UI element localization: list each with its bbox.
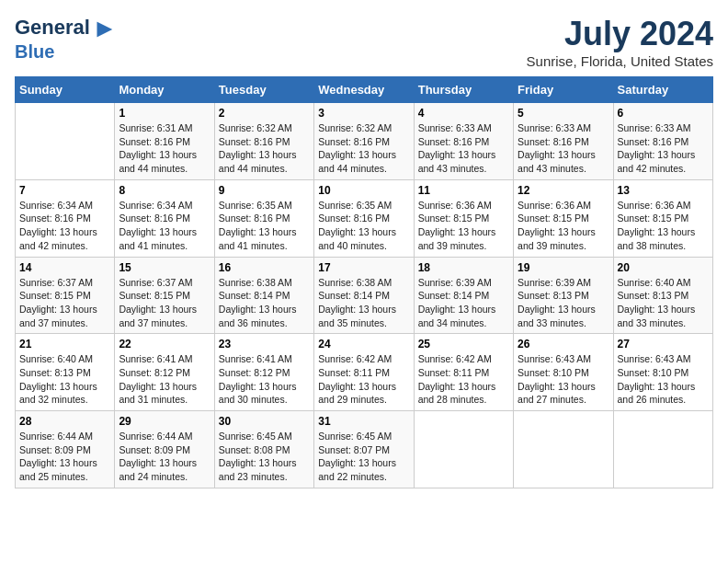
calendar-cell bbox=[514, 411, 613, 488]
column-header-monday: Monday bbox=[115, 77, 214, 103]
day-info: Sunrise: 6:45 AMSunset: 8:08 PMDaylight:… bbox=[219, 430, 310, 484]
logo-line2: Blue bbox=[15, 41, 54, 62]
calendar-cell: 8Sunrise: 6:34 AMSunset: 8:16 PMDaylight… bbox=[115, 179, 214, 257]
calendar-cell: 5Sunrise: 6:33 AMSunset: 8:16 PMDaylight… bbox=[514, 103, 613, 180]
calendar-cell: 11Sunrise: 6:36 AMSunset: 8:15 PMDayligh… bbox=[414, 179, 513, 257]
calendar-cell: 17Sunrise: 6:38 AMSunset: 8:14 PMDayligh… bbox=[314, 257, 414, 334]
column-header-saturday: Saturday bbox=[613, 77, 712, 103]
calendar-body: 1Sunrise: 6:31 AMSunset: 8:16 PMDaylight… bbox=[16, 103, 713, 488]
day-info: Sunrise: 6:41 AMSunset: 8:12 PMDaylight:… bbox=[119, 352, 210, 407]
day-number: 27 bbox=[618, 338, 709, 350]
calendar-cell: 1Sunrise: 6:31 AMSunset: 8:16 PMDaylight… bbox=[115, 103, 214, 180]
column-header-tuesday: Tuesday bbox=[214, 77, 313, 103]
day-info: Sunrise: 6:36 AMSunset: 8:15 PMDaylight:… bbox=[518, 199, 609, 253]
day-info: Sunrise: 6:32 AMSunset: 8:16 PMDaylight:… bbox=[318, 121, 409, 176]
week-row-3: 14Sunrise: 6:37 AMSunset: 8:15 PMDayligh… bbox=[16, 257, 713, 334]
calendar-cell: 22Sunrise: 6:41 AMSunset: 8:12 PMDayligh… bbox=[115, 334, 214, 411]
calendar-cell: 24Sunrise: 6:42 AMSunset: 8:11 PMDayligh… bbox=[314, 334, 414, 411]
column-headers: SundayMondayTuesdayWednesdayThursdayFrid… bbox=[16, 77, 713, 103]
day-number: 18 bbox=[418, 261, 509, 274]
week-row-1: 1Sunrise: 6:31 AMSunset: 8:16 PMDaylight… bbox=[16, 103, 713, 180]
day-number: 13 bbox=[618, 184, 709, 197]
column-header-wednesday: Wednesday bbox=[314, 77, 414, 103]
calendar-cell: 3Sunrise: 6:32 AMSunset: 8:16 PMDaylight… bbox=[314, 103, 414, 180]
day-info: Sunrise: 6:37 AMSunset: 8:15 PMDaylight:… bbox=[119, 276, 210, 330]
day-number: 21 bbox=[19, 338, 110, 350]
day-info: Sunrise: 6:31 AMSunset: 8:16 PMDaylight:… bbox=[119, 121, 210, 176]
day-info: Sunrise: 6:43 AMSunset: 8:10 PMDaylight:… bbox=[618, 352, 709, 407]
day-number: 26 bbox=[518, 338, 609, 350]
day-info: Sunrise: 6:40 AMSunset: 8:13 PMDaylight:… bbox=[19, 352, 110, 407]
day-number: 9 bbox=[219, 184, 310, 197]
day-number: 6 bbox=[618, 107, 709, 120]
day-number: 22 bbox=[119, 338, 210, 350]
calendar-cell: 12Sunrise: 6:36 AMSunset: 8:15 PMDayligh… bbox=[514, 179, 613, 257]
column-header-sunday: Sunday bbox=[16, 77, 115, 103]
day-info: Sunrise: 6:41 AMSunset: 8:12 PMDaylight:… bbox=[219, 352, 310, 407]
calendar-cell: 9Sunrise: 6:35 AMSunset: 8:16 PMDaylight… bbox=[214, 179, 313, 257]
day-number: 30 bbox=[219, 415, 310, 428]
calendar-cell: 23Sunrise: 6:41 AMSunset: 8:12 PMDayligh… bbox=[214, 334, 313, 411]
calendar-cell: 29Sunrise: 6:44 AMSunset: 8:09 PMDayligh… bbox=[115, 411, 214, 488]
day-info: Sunrise: 6:42 AMSunset: 8:11 PMDaylight:… bbox=[418, 352, 509, 407]
day-number: 25 bbox=[418, 338, 509, 350]
week-row-5: 28Sunrise: 6:44 AMSunset: 8:09 PMDayligh… bbox=[16, 411, 713, 488]
day-number: 14 bbox=[19, 261, 110, 274]
calendar-cell: 7Sunrise: 6:34 AMSunset: 8:16 PMDaylight… bbox=[16, 179, 115, 257]
day-number: 17 bbox=[318, 261, 409, 274]
day-number: 1 bbox=[119, 107, 210, 120]
day-number: 31 bbox=[318, 415, 409, 428]
day-info: Sunrise: 6:42 AMSunset: 8:11 PMDaylight:… bbox=[318, 352, 409, 407]
day-info: Sunrise: 6:33 AMSunset: 8:16 PMDaylight:… bbox=[518, 121, 609, 176]
day-number: 4 bbox=[418, 107, 509, 120]
day-number: 16 bbox=[219, 261, 310, 274]
day-number: 7 bbox=[19, 184, 110, 197]
day-info: Sunrise: 6:44 AMSunset: 8:09 PMDaylight:… bbox=[119, 430, 210, 484]
logo-line1: General► bbox=[15, 15, 118, 43]
calendar-cell: 25Sunrise: 6:42 AMSunset: 8:11 PMDayligh… bbox=[414, 334, 513, 411]
calendar-cell: 28Sunrise: 6:44 AMSunset: 8:09 PMDayligh… bbox=[16, 411, 115, 488]
column-header-thursday: Thursday bbox=[414, 77, 513, 103]
day-number: 24 bbox=[318, 338, 409, 350]
day-info: Sunrise: 6:35 AMSunset: 8:16 PMDaylight:… bbox=[219, 199, 310, 253]
calendar-title: July 2024 bbox=[527, 15, 713, 53]
day-number: 12 bbox=[518, 184, 609, 197]
week-row-2: 7Sunrise: 6:34 AMSunset: 8:16 PMDaylight… bbox=[16, 179, 713, 257]
calendar-table: SundayMondayTuesdayWednesdayThursdayFrid… bbox=[15, 76, 713, 488]
day-number: 19 bbox=[518, 261, 609, 274]
day-number: 5 bbox=[518, 107, 609, 120]
calendar-cell: 2Sunrise: 6:32 AMSunset: 8:16 PMDaylight… bbox=[214, 103, 313, 180]
day-number: 20 bbox=[618, 261, 709, 274]
calendar-cell: 20Sunrise: 6:40 AMSunset: 8:13 PMDayligh… bbox=[613, 257, 712, 334]
calendar-cell bbox=[16, 103, 115, 180]
day-info: Sunrise: 6:43 AMSunset: 8:10 PMDaylight:… bbox=[518, 352, 609, 407]
logo: General► Blue bbox=[15, 15, 118, 62]
calendar-cell: 13Sunrise: 6:36 AMSunset: 8:15 PMDayligh… bbox=[613, 179, 712, 257]
calendar-cell: 31Sunrise: 6:45 AMSunset: 8:07 PMDayligh… bbox=[314, 411, 414, 488]
day-number: 28 bbox=[19, 415, 110, 428]
day-info: Sunrise: 6:38 AMSunset: 8:14 PMDaylight:… bbox=[318, 276, 409, 330]
day-number: 8 bbox=[119, 184, 210, 197]
day-info: Sunrise: 6:35 AMSunset: 8:16 PMDaylight:… bbox=[318, 199, 409, 253]
day-info: Sunrise: 6:34 AMSunset: 8:16 PMDaylight:… bbox=[19, 199, 110, 253]
day-info: Sunrise: 6:37 AMSunset: 8:15 PMDaylight:… bbox=[19, 276, 110, 330]
day-info: Sunrise: 6:33 AMSunset: 8:16 PMDaylight:… bbox=[418, 121, 509, 176]
day-number: 2 bbox=[219, 107, 310, 120]
calendar-cell: 30Sunrise: 6:45 AMSunset: 8:08 PMDayligh… bbox=[214, 411, 313, 488]
day-number: 3 bbox=[318, 107, 409, 120]
day-number: 23 bbox=[219, 338, 310, 350]
calendar-cell: 16Sunrise: 6:38 AMSunset: 8:14 PMDayligh… bbox=[214, 257, 313, 334]
day-info: Sunrise: 6:39 AMSunset: 8:14 PMDaylight:… bbox=[418, 276, 509, 330]
day-number: 11 bbox=[418, 184, 509, 197]
week-row-4: 21Sunrise: 6:40 AMSunset: 8:13 PMDayligh… bbox=[16, 334, 713, 411]
day-info: Sunrise: 6:38 AMSunset: 8:14 PMDaylight:… bbox=[219, 276, 310, 330]
calendar-cell bbox=[414, 411, 513, 488]
calendar-cell: 4Sunrise: 6:33 AMSunset: 8:16 PMDaylight… bbox=[414, 103, 513, 180]
calendar-cell: 14Sunrise: 6:37 AMSunset: 8:15 PMDayligh… bbox=[16, 257, 115, 334]
calendar-subtitle: Sunrise, Florida, United States bbox=[527, 53, 713, 69]
day-info: Sunrise: 6:34 AMSunset: 8:16 PMDaylight:… bbox=[119, 199, 210, 253]
calendar-cell: 26Sunrise: 6:43 AMSunset: 8:10 PMDayligh… bbox=[514, 334, 613, 411]
day-info: Sunrise: 6:36 AMSunset: 8:15 PMDaylight:… bbox=[418, 199, 509, 253]
calendar-cell bbox=[613, 411, 712, 488]
day-number: 10 bbox=[318, 184, 409, 197]
